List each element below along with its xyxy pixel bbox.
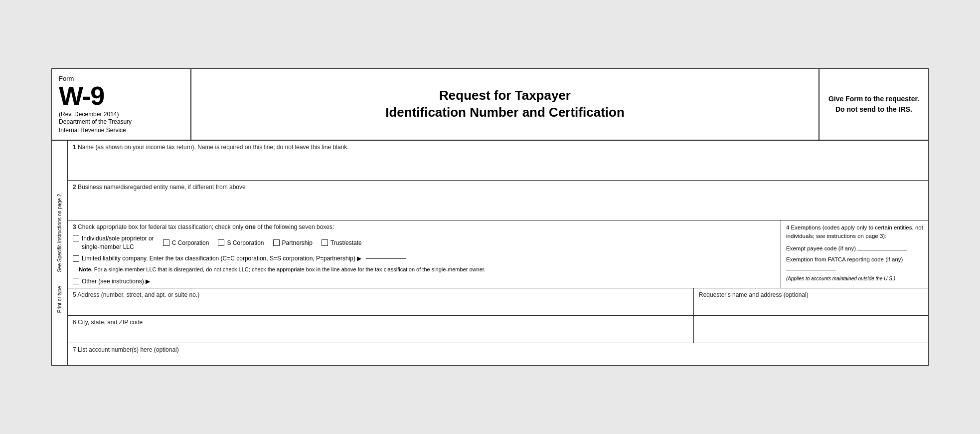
checkbox-llc-box[interactable] — [73, 255, 79, 262]
field6-row: 6 City, state, and ZIP code — [68, 316, 928, 343]
field5-left: 5 Address (number, street, and apt. or s… — [68, 288, 694, 315]
dept1: Department of the Treasury — [59, 118, 183, 126]
sidebar: Print or type See Specific Instructions … — [52, 141, 68, 365]
give-form-instruction: Give Form to the requester. Do not send … — [825, 94, 922, 115]
field6-left: 6 City, state, and ZIP code — [68, 316, 694, 343]
form-title: Request for Taxpayer Identification Numb… — [385, 87, 625, 121]
requesters-label: Requester's name and address (optional) — [699, 291, 923, 298]
exempt-payee-label: Exempt payee code (if any) — [786, 245, 923, 251]
checkbox-c-corp-box[interactable] — [163, 239, 169, 246]
llc-line: Limited liability company. Enter the tax… — [73, 255, 776, 262]
checkbox-s-corp-box[interactable] — [218, 239, 224, 246]
requester-section: Requester's name and address (optional) — [694, 288, 928, 315]
checkbox-individual[interactable]: Individual/sole proprietor or single-mem… — [73, 234, 154, 251]
field7-row: 7 List account number(s) here (optional) — [68, 343, 928, 365]
checkbox-s-corp[interactable]: S Corporation — [218, 239, 264, 246]
other-line: Other (see instructions) ▶ — [73, 278, 776, 285]
field6-right — [694, 316, 928, 343]
field3-label: 3 Check appropriate box for federal tax … — [73, 223, 776, 230]
llc-input-line — [366, 258, 406, 259]
w9-form: Form W-9 (Rev. December 2014) Department… — [51, 68, 929, 366]
checkbox-partnership-box[interactable] — [273, 239, 280, 246]
field1-row: 1 Name (as shown on your income tax retu… — [68, 141, 928, 181]
form-fields: 1 Name (as shown on your income tax retu… — [68, 141, 928, 365]
field5-label: 5 Address (number, street, and apt. or s… — [73, 291, 688, 298]
header-right: Give Form to the requester. Do not send … — [818, 69, 928, 140]
checkbox-individual-box[interactable] — [73, 235, 79, 241]
checkbox-partnership[interactable]: Partnership — [273, 239, 313, 246]
exempt-fatca-label: Exemption from FATCA reporting code (if … — [786, 256, 923, 262]
header-center: Request for Taxpayer Identification Numb… — [191, 69, 818, 140]
sidebar-text: Print or type See Specific Instructions … — [53, 188, 66, 318]
form-header: Form W-9 (Rev. December 2014) Department… — [52, 69, 928, 141]
tax-class-left: 3 Check appropriate box for federal tax … — [68, 220, 781, 288]
checkbox-trust-box[interactable] — [322, 239, 328, 246]
form-number: W-9 — [59, 83, 183, 109]
field7-label: 7 List account number(s) here (optional) — [73, 346, 923, 353]
exemptions-section: 4 Exemptions (codes apply only to certai… — [781, 220, 928, 288]
header-left: Form W-9 (Rev. December 2014) Department… — [52, 69, 191, 140]
dept2: Internal Revenue Service — [59, 126, 183, 135]
checkbox-trust[interactable]: Trust/estate — [322, 239, 362, 246]
field2-row: 2 Business name/disregarded entity name,… — [68, 181, 928, 220]
checkbox-other-box[interactable] — [73, 278, 79, 284]
exempt-payee-underline — [857, 250, 907, 250]
exemptions-label: 4 Exemptions (codes apply only to certai… — [786, 223, 923, 241]
tax-class-row: 3 Check appropriate box for federal tax … — [68, 220, 928, 288]
note-text: Note. For a single-member LLC that is di… — [73, 265, 776, 274]
checkboxes-line1: Individual/sole proprietor or single-mem… — [73, 234, 776, 251]
field2-label: 2 Business name/disregarded entity name,… — [73, 184, 923, 191]
exempt-fatca-underline — [786, 270, 836, 270]
exempt-applies-note: (Applies to accounts maintained outside … — [786, 275, 923, 282]
field6-label: 6 City, state, and ZIP code — [73, 319, 688, 326]
rev-date: (Rev. December 2014) — [59, 111, 183, 118]
checkbox-c-corp[interactable]: C Corporation — [163, 239, 209, 246]
form-body: Print or type See Specific Instructions … — [52, 141, 928, 365]
field1-label: 1 Name (as shown on your income tax retu… — [73, 144, 923, 151]
field5-row: 5 Address (number, street, and apt. or s… — [68, 288, 928, 316]
